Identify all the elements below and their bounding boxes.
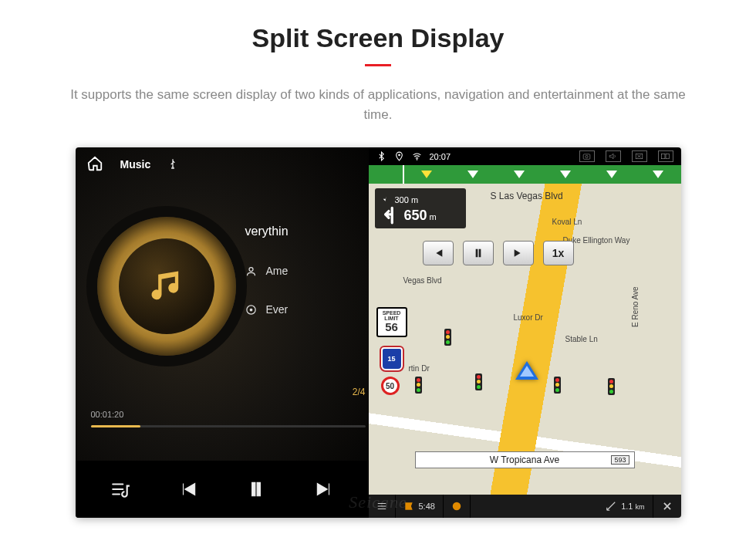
svg-rect-9 bbox=[666, 154, 669, 159]
street-label: Luxor Dr bbox=[514, 313, 543, 322]
person-icon bbox=[245, 265, 257, 277]
split-screen-icon[interactable] bbox=[658, 150, 673, 162]
navigation-panel: 20:07 S Las Vegas Blvd Koval Ln Duk bbox=[369, 147, 681, 518]
music-app-label: Music bbox=[120, 158, 151, 171]
disc-icon bbox=[245, 304, 257, 316]
sim-pause-button[interactable] bbox=[463, 241, 494, 265]
lane-arrow-icon bbox=[514, 171, 525, 178]
device-frame: Music verythin Ame Ever 2/4 bbox=[76, 147, 681, 518]
nav-warning[interactable] bbox=[444, 495, 471, 518]
brand-watermark: Seicane bbox=[349, 492, 407, 512]
status-bar: 20:07 bbox=[369, 147, 681, 165]
status-time: 20:07 bbox=[430, 152, 451, 161]
nav-close-button[interactable] bbox=[653, 495, 681, 518]
route-badge: 50 bbox=[381, 377, 400, 395]
prev-button[interactable] bbox=[170, 471, 206, 507]
street-label: Koval Ln bbox=[552, 218, 582, 226]
svg-point-0 bbox=[249, 267, 253, 271]
street-label: E Reno Ave bbox=[631, 286, 640, 327]
music-top-bar: Music bbox=[76, 147, 369, 181]
usb-icon[interactable] bbox=[167, 158, 178, 171]
svg-rect-8 bbox=[662, 154, 665, 159]
track-list: verythin Ame Ever bbox=[245, 225, 369, 316]
progress-bar[interactable] bbox=[91, 425, 366, 427]
track-label: Ame bbox=[266, 265, 289, 277]
pause-button[interactable] bbox=[238, 471, 274, 507]
progress-area: 00:01:20 bbox=[91, 410, 366, 427]
traffic-light-icon bbox=[415, 377, 422, 394]
sim-prev-button[interactable] bbox=[423, 241, 454, 265]
list-item[interactable]: Ever bbox=[245, 303, 369, 316]
street-label: S Las Vegas Blvd bbox=[484, 190, 569, 202]
elapsed-time: 00:01:20 bbox=[91, 410, 124, 419]
svg-point-3 bbox=[398, 154, 400, 156]
close-app-icon[interactable] bbox=[632, 150, 647, 162]
playlist-button[interactable] bbox=[103, 471, 138, 507]
traffic-light-icon bbox=[475, 373, 482, 390]
turn-left-small-icon bbox=[380, 194, 390, 205]
nav-distance[interactable]: 1.1 km bbox=[598, 495, 653, 518]
sim-speed-button[interactable]: 1x bbox=[543, 241, 574, 265]
map-canvas[interactable]: S Las Vegas Blvd Koval Ln Duke Ellington… bbox=[369, 184, 681, 495]
lane-guidance-bar bbox=[369, 165, 681, 184]
traffic-light-icon bbox=[444, 329, 451, 346]
track-label: Ever bbox=[266, 303, 289, 316]
page-title: Split Screen Display bbox=[0, 23, 756, 53]
svg-point-4 bbox=[416, 159, 417, 160]
now-playing-title: verythin bbox=[245, 225, 369, 238]
traffic-light-icon bbox=[608, 378, 615, 395]
nav-bottom-bar: 5:48 1.1 km bbox=[369, 495, 681, 518]
volume-icon[interactable] bbox=[606, 150, 621, 162]
next-button[interactable] bbox=[306, 471, 342, 507]
current-street-bar: W Tropicana Ave 593 bbox=[415, 451, 635, 468]
speed-limit-sign: SPEED LIMIT 56 bbox=[376, 307, 407, 337]
location-icon bbox=[394, 151, 404, 161]
turn-instruction: 300 m 650 m bbox=[375, 188, 466, 228]
lane-arrow-icon bbox=[467, 171, 478, 178]
traffic-light-icon bbox=[554, 377, 561, 394]
title-underline bbox=[365, 64, 391, 66]
sim-next-button[interactable] bbox=[503, 241, 534, 265]
svg-point-6 bbox=[586, 155, 588, 157]
street-ref-badge: 593 bbox=[611, 455, 629, 465]
vehicle-cursor-icon bbox=[515, 361, 538, 380]
street-label: Vegas Blvd bbox=[403, 276, 442, 285]
wifi-icon bbox=[412, 151, 422, 161]
list-item[interactable]: Ame bbox=[245, 265, 369, 277]
music-panel: Music verythin Ame Ever 2/4 bbox=[76, 147, 369, 518]
svg-rect-5 bbox=[583, 154, 590, 160]
screenshot-icon[interactable] bbox=[579, 150, 595, 162]
lane-arrow-icon bbox=[653, 171, 663, 178]
svg-point-10 bbox=[453, 502, 461, 511]
lane-arrow-icon bbox=[606, 171, 617, 178]
interstate-shield: 15 bbox=[381, 347, 403, 370]
street-label: Stable Ln bbox=[565, 335, 598, 343]
lane-arrow-icon bbox=[560, 171, 571, 178]
lane-arrow-icon bbox=[421, 171, 432, 178]
track-counter: 2/4 bbox=[353, 387, 366, 397]
page-subtitle: It supports the same screen display of t… bbox=[62, 85, 694, 124]
bluetooth-icon bbox=[376, 151, 386, 161]
album-art bbox=[97, 217, 236, 356]
turn-left-icon bbox=[380, 205, 400, 225]
music-note-icon bbox=[147, 266, 187, 306]
svg-point-2 bbox=[250, 309, 252, 311]
home-icon[interactable] bbox=[86, 155, 103, 174]
music-controls bbox=[76, 461, 369, 518]
street-label: rtin Dr bbox=[409, 364, 430, 373]
